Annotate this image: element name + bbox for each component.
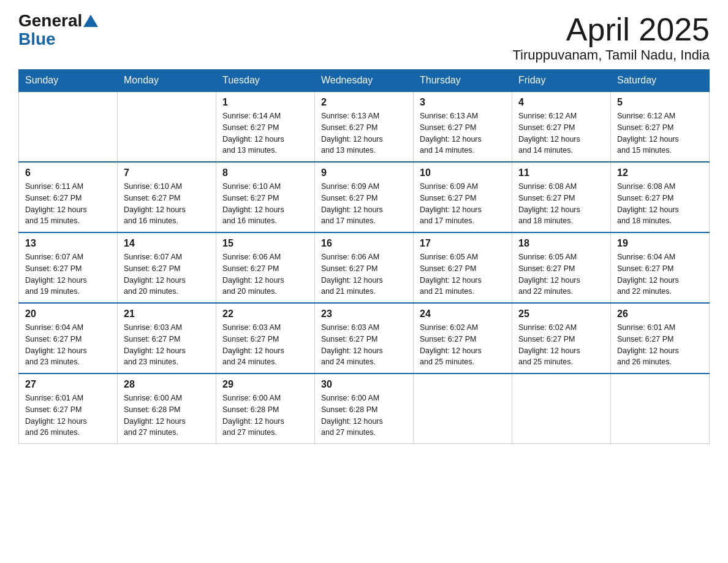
day-info: Sunrise: 6:00 AM Sunset: 6:28 PM Dayligh… bbox=[124, 393, 210, 439]
logo: General Blue bbox=[18, 12, 99, 49]
day-cell: 22Sunrise: 6:03 AM Sunset: 6:27 PM Dayli… bbox=[216, 303, 315, 373]
day-number: 17 bbox=[420, 238, 506, 249]
day-cell: 11Sunrise: 6:08 AM Sunset: 6:27 PM Dayli… bbox=[512, 162, 611, 232]
day-cell: 27Sunrise: 6:01 AM Sunset: 6:27 PM Dayli… bbox=[19, 373, 118, 444]
week-row-3: 13Sunrise: 6:07 AM Sunset: 6:27 PM Dayli… bbox=[19, 232, 710, 303]
day-info: Sunrise: 6:07 AM Sunset: 6:27 PM Dayligh… bbox=[25, 251, 111, 297]
header-cell-saturday: Saturday bbox=[611, 70, 710, 92]
day-number: 7 bbox=[124, 167, 210, 178]
day-info: Sunrise: 6:14 AM Sunset: 6:27 PM Dayligh… bbox=[222, 110, 308, 156]
day-info: Sunrise: 6:02 AM Sunset: 6:27 PM Dayligh… bbox=[518, 322, 604, 368]
day-info: Sunrise: 6:04 AM Sunset: 6:27 PM Dayligh… bbox=[25, 322, 111, 368]
day-number: 2 bbox=[321, 97, 407, 108]
logo-blue-text: Blue bbox=[18, 29, 56, 49]
day-cell: 28Sunrise: 6:00 AM Sunset: 6:28 PM Dayli… bbox=[118, 373, 216, 444]
day-info: Sunrise: 6:01 AM Sunset: 6:27 PM Dayligh… bbox=[25, 393, 111, 439]
day-cell: 12Sunrise: 6:08 AM Sunset: 6:27 PM Dayli… bbox=[611, 162, 710, 232]
day-info: Sunrise: 6:08 AM Sunset: 6:27 PM Dayligh… bbox=[518, 181, 604, 227]
day-info: Sunrise: 6:06 AM Sunset: 6:27 PM Dayligh… bbox=[321, 251, 407, 297]
day-cell: 1Sunrise: 6:14 AM Sunset: 6:27 PM Daylig… bbox=[216, 91, 315, 162]
day-cell: 25Sunrise: 6:02 AM Sunset: 6:27 PM Dayli… bbox=[512, 303, 611, 373]
day-info: Sunrise: 6:13 AM Sunset: 6:27 PM Dayligh… bbox=[420, 110, 506, 156]
header-cell-monday: Monday bbox=[118, 70, 216, 92]
day-cell bbox=[512, 373, 611, 444]
logo-general-text: General bbox=[18, 12, 82, 29]
day-number: 9 bbox=[321, 167, 407, 178]
day-cell: 19Sunrise: 6:04 AM Sunset: 6:27 PM Dayli… bbox=[611, 232, 710, 303]
day-info: Sunrise: 6:03 AM Sunset: 6:27 PM Dayligh… bbox=[222, 322, 308, 368]
day-number: 1 bbox=[222, 97, 308, 108]
location-title: Tiruppuvanam, Tamil Nadu, India bbox=[512, 47, 710, 63]
day-cell: 7Sunrise: 6:10 AM Sunset: 6:27 PM Daylig… bbox=[118, 162, 216, 232]
day-number: 20 bbox=[25, 308, 111, 320]
day-number: 5 bbox=[617, 97, 703, 108]
day-number: 30 bbox=[321, 379, 407, 390]
day-info: Sunrise: 6:09 AM Sunset: 6:27 PM Dayligh… bbox=[321, 181, 407, 227]
day-cell: 13Sunrise: 6:07 AM Sunset: 6:27 PM Dayli… bbox=[19, 232, 118, 303]
header-cell-friday: Friday bbox=[512, 70, 611, 92]
day-info: Sunrise: 6:05 AM Sunset: 6:27 PM Dayligh… bbox=[518, 251, 604, 297]
week-row-2: 6Sunrise: 6:11 AM Sunset: 6:27 PM Daylig… bbox=[19, 162, 710, 232]
day-number: 14 bbox=[124, 238, 210, 249]
day-info: Sunrise: 6:12 AM Sunset: 6:27 PM Dayligh… bbox=[617, 110, 703, 156]
header-cell-thursday: Thursday bbox=[414, 70, 512, 92]
calendar-table: SundayMondayTuesdayWednesdayThursdayFrid… bbox=[18, 69, 710, 444]
day-info: Sunrise: 6:08 AM Sunset: 6:27 PM Dayligh… bbox=[617, 181, 703, 227]
day-number: 21 bbox=[124, 308, 210, 320]
calendar-header: SundayMondayTuesdayWednesdayThursdayFrid… bbox=[19, 70, 710, 92]
logo-triangle-icon bbox=[83, 15, 98, 27]
day-cell: 17Sunrise: 6:05 AM Sunset: 6:27 PM Dayli… bbox=[414, 232, 512, 303]
week-row-1: 1Sunrise: 6:14 AM Sunset: 6:27 PM Daylig… bbox=[19, 91, 710, 162]
day-info: Sunrise: 6:10 AM Sunset: 6:27 PM Dayligh… bbox=[222, 181, 308, 227]
day-info: Sunrise: 6:02 AM Sunset: 6:27 PM Dayligh… bbox=[420, 322, 506, 368]
day-number: 13 bbox=[25, 238, 111, 249]
day-cell: 18Sunrise: 6:05 AM Sunset: 6:27 PM Dayli… bbox=[512, 232, 611, 303]
day-cell bbox=[19, 91, 118, 162]
day-number: 28 bbox=[124, 379, 210, 390]
day-cell: 16Sunrise: 6:06 AM Sunset: 6:27 PM Dayli… bbox=[315, 232, 414, 303]
week-row-4: 20Sunrise: 6:04 AM Sunset: 6:27 PM Dayli… bbox=[19, 303, 710, 373]
day-cell: 21Sunrise: 6:03 AM Sunset: 6:27 PM Dayli… bbox=[118, 303, 216, 373]
day-number: 15 bbox=[222, 238, 308, 249]
title-section: April 2025 Tiruppuvanam, Tamil Nadu, Ind… bbox=[512, 12, 710, 63]
day-number: 11 bbox=[518, 167, 604, 178]
day-cell: 4Sunrise: 6:12 AM Sunset: 6:27 PM Daylig… bbox=[512, 91, 611, 162]
day-info: Sunrise: 6:00 AM Sunset: 6:28 PM Dayligh… bbox=[321, 393, 407, 439]
day-number: 18 bbox=[518, 238, 604, 249]
day-number: 8 bbox=[222, 167, 308, 178]
day-info: Sunrise: 6:06 AM Sunset: 6:27 PM Dayligh… bbox=[222, 251, 308, 297]
day-number: 24 bbox=[420, 308, 506, 320]
day-cell: 5Sunrise: 6:12 AM Sunset: 6:27 PM Daylig… bbox=[611, 91, 710, 162]
day-info: Sunrise: 6:03 AM Sunset: 6:27 PM Dayligh… bbox=[124, 322, 210, 368]
day-cell: 8Sunrise: 6:10 AM Sunset: 6:27 PM Daylig… bbox=[216, 162, 315, 232]
day-cell bbox=[611, 373, 710, 444]
day-cell: 29Sunrise: 6:00 AM Sunset: 6:28 PM Dayli… bbox=[216, 373, 315, 444]
day-cell bbox=[118, 91, 216, 162]
day-info: Sunrise: 6:09 AM Sunset: 6:27 PM Dayligh… bbox=[420, 181, 506, 227]
day-info: Sunrise: 6:05 AM Sunset: 6:27 PM Dayligh… bbox=[420, 251, 506, 297]
day-number: 27 bbox=[25, 379, 111, 390]
day-cell: 24Sunrise: 6:02 AM Sunset: 6:27 PM Dayli… bbox=[414, 303, 512, 373]
day-number: 10 bbox=[420, 167, 506, 178]
day-number: 26 bbox=[617, 308, 703, 320]
day-info: Sunrise: 6:13 AM Sunset: 6:27 PM Dayligh… bbox=[321, 110, 407, 156]
day-info: Sunrise: 6:10 AM Sunset: 6:27 PM Dayligh… bbox=[124, 181, 210, 227]
day-number: 16 bbox=[321, 238, 407, 249]
day-cell: 2Sunrise: 6:13 AM Sunset: 6:27 PM Daylig… bbox=[315, 91, 414, 162]
day-info: Sunrise: 6:04 AM Sunset: 6:27 PM Dayligh… bbox=[617, 251, 703, 297]
day-number: 6 bbox=[25, 167, 111, 178]
day-cell: 15Sunrise: 6:06 AM Sunset: 6:27 PM Dayli… bbox=[216, 232, 315, 303]
day-number: 3 bbox=[420, 97, 506, 108]
day-info: Sunrise: 6:07 AM Sunset: 6:27 PM Dayligh… bbox=[124, 251, 210, 297]
day-number: 25 bbox=[518, 308, 604, 320]
day-info: Sunrise: 6:00 AM Sunset: 6:28 PM Dayligh… bbox=[222, 393, 308, 439]
header-cell-sunday: Sunday bbox=[19, 70, 118, 92]
day-cell: 6Sunrise: 6:11 AM Sunset: 6:27 PM Daylig… bbox=[19, 162, 118, 232]
day-number: 4 bbox=[518, 97, 604, 108]
day-cell: 30Sunrise: 6:00 AM Sunset: 6:28 PM Dayli… bbox=[315, 373, 414, 444]
page-header: General Blue April 2025 Tiruppuvanam, Ta… bbox=[18, 12, 710, 63]
day-number: 22 bbox=[222, 308, 308, 320]
week-row-5: 27Sunrise: 6:01 AM Sunset: 6:27 PM Dayli… bbox=[19, 373, 710, 444]
header-cell-tuesday: Tuesday bbox=[216, 70, 315, 92]
calendar-body: 1Sunrise: 6:14 AM Sunset: 6:27 PM Daylig… bbox=[19, 91, 710, 444]
